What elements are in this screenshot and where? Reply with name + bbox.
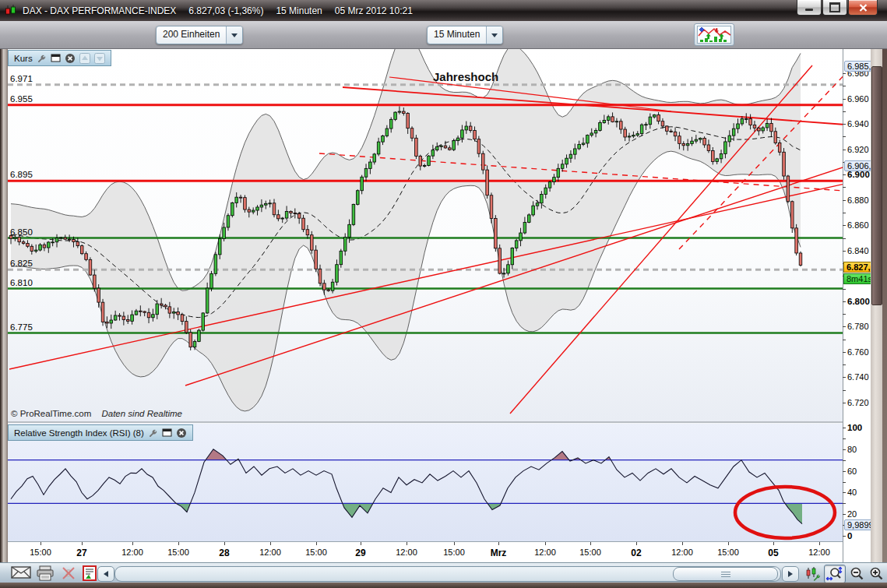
scroll-right-icon[interactable] [782,566,799,582]
time-axis[interactable] [8,541,843,563]
minimize-button[interactable] [797,0,822,16]
chart-settings-icon[interactable] [802,565,824,583]
price-panel-title: Kurs [14,54,33,63]
app-window: DAX - DAX PERFORMANCE-INDEX 6.827,03 (-1… [0,0,887,588]
timeframe-dropdown[interactable]: 15 Minuten [427,26,503,44]
window-title: DAX - DAX PERFORMANCE-INDEX [23,5,176,16]
new-window-icon[interactable] [51,53,61,63]
arrow-up-icon[interactable] [79,53,90,64]
candlestick-icon [5,5,17,17]
units-dropdown-value: 200 Einheiten [157,26,226,44]
rsi-panel-header: Relative Strength Index (RSI) (8) [8,424,193,441]
chevron-down-icon[interactable] [486,26,502,44]
vertical-scrollbar[interactable] [871,48,882,562]
zoom-in-icon[interactable] [865,565,887,583]
close-button[interactable] [848,0,878,16]
horizontal-scrollbar[interactable] [114,566,781,582]
email-icon[interactable] [11,565,31,579]
indicators-icon [697,26,731,44]
units-dropdown[interactable]: 200 Einheiten [156,26,243,44]
close-icon[interactable] [65,53,76,64]
window-price: 6.827,03 (-1,36%) [188,5,263,16]
price-chart[interactable] [8,48,843,421]
zoom-drag-icon[interactable] [824,565,846,583]
disabled-icon: 8 [61,565,76,581]
close-icon [859,4,868,12]
scroll-left-icon[interactable] [97,566,114,582]
indicators-button[interactable] [694,23,734,46]
window-controls [796,0,878,16]
print-icon[interactable] [36,565,55,581]
window-datetime: 05 Mrz 2012 10:21 [335,5,413,16]
arrow-down-icon[interactable] [94,53,105,64]
price-axis[interactable] [843,48,871,562]
maximize-icon [829,2,840,12]
wrench-icon[interactable] [148,428,158,438]
rsi-panel-title: Relative Strength Index (RSI) (8) [14,428,144,438]
vertical-scrollbar-thumb[interactable] [871,66,882,305]
window-right-border [882,48,887,583]
new-window-icon[interactable] [162,428,172,438]
bottom-toolbar: 8 [0,562,887,583]
window-left-border [0,48,8,583]
jahreshoch-annotation: Jahreshoch [433,70,498,83]
horizontal-scrollbar-thumb[interactable] [673,567,778,581]
minimize-icon [805,9,813,11]
zoom-out-icon[interactable] [846,565,868,583]
window-timeframe: 15 Minuten [276,5,322,16]
close-icon[interactable] [176,428,187,438]
price-panel-header: Kurs [8,50,111,66]
maximize-button[interactable] [822,0,847,16]
chart-toolbar: 200 Einheiten 15 Minuten [0,21,887,49]
titlebar[interactable]: DAX - DAX PERFORMANCE-INDEX 6.827,03 (-1… [0,0,887,22]
panel-divider[interactable] [8,421,843,424]
wrench-icon[interactable] [37,53,47,63]
realtime-note: Daten sind Realtime [101,409,182,418]
chevron-down-icon[interactable] [226,26,242,44]
timeframe-dropdown-value: 15 Minuten [428,26,486,44]
copyright-note: © ProRealTime.com Daten sind Realtime [11,409,182,418]
copyright-text: © ProRealTime.com [11,409,91,418]
window-bottom-border [0,583,887,588]
export-icon[interactable] [83,565,97,581]
